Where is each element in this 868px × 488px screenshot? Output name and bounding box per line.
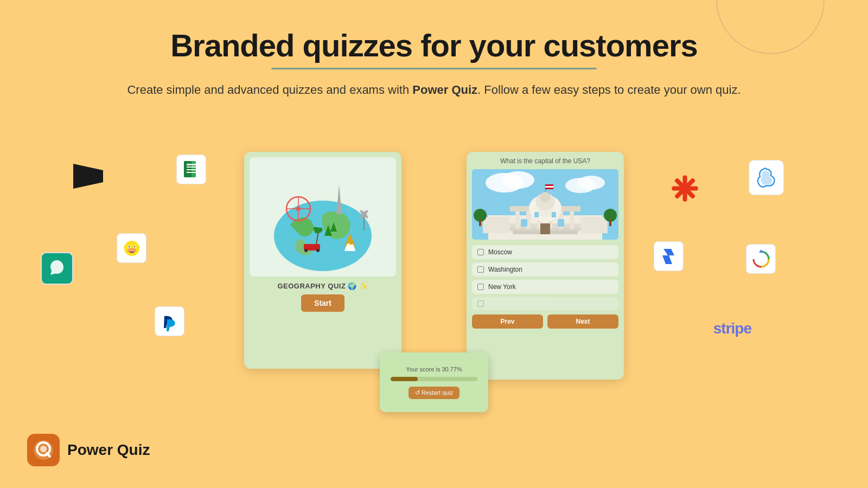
svg-marker-25 xyxy=(336,184,342,214)
start-button[interactable]: Start xyxy=(301,294,344,312)
option-moscow[interactable]: Moscow xyxy=(472,245,618,259)
mailchimp-container xyxy=(117,233,146,263)
score-card: Your score is 30.77% ↺ Restart quiz xyxy=(380,352,488,412)
subtitle-brand: Power Quiz xyxy=(412,83,477,97)
brand-area: Power Quiz xyxy=(27,434,150,466)
option-newyork[interactable]: New York xyxy=(472,280,618,294)
svg-rect-71 xyxy=(534,212,539,217)
restart-button[interactable]: ↺ Restart quiz xyxy=(409,387,460,399)
svg-rect-67 xyxy=(545,186,553,188)
svg-rect-68 xyxy=(545,188,553,189)
paypal-icon xyxy=(155,306,184,336)
svg-rect-51 xyxy=(515,210,520,229)
svg-rect-66 xyxy=(545,184,553,186)
prev-button[interactable]: Prev xyxy=(472,314,543,329)
snowflake-icon xyxy=(670,174,700,203)
option-washington[interactable]: Washington xyxy=(472,262,618,277)
quiz-navigation: Prev Next xyxy=(472,314,618,329)
recaptcha-icon xyxy=(746,244,776,274)
svg-rect-75 xyxy=(479,220,481,226)
svg-point-63 xyxy=(540,192,551,203)
option-newyork-label: New York xyxy=(488,283,516,291)
flag-icon xyxy=(71,163,106,190)
next-button[interactable]: Next xyxy=(547,314,618,329)
stripe-icon: stripe xyxy=(713,320,751,337)
svg-point-34 xyxy=(304,249,308,252)
mockups-area: GEOGRAPHY QUIZ 🌍 ✨ Start What is the cap… xyxy=(244,152,624,412)
recaptcha-svg xyxy=(751,249,771,269)
checkbox-moscow[interactable] xyxy=(477,249,484,255)
snowflake-container xyxy=(670,174,700,206)
score-text: Your score is 30.77% xyxy=(406,366,462,373)
google-sheets-icon xyxy=(176,155,206,184)
openai-icon xyxy=(749,160,784,195)
brand-icon xyxy=(27,434,60,466)
chatgpt-icon xyxy=(41,252,73,285)
progress-bar-background xyxy=(391,377,477,381)
mailchimp-svg xyxy=(122,239,142,258)
chatgpt-svg xyxy=(47,258,67,279)
svg-rect-56 xyxy=(570,210,574,229)
flag-icon-container xyxy=(71,163,106,192)
title-underline xyxy=(271,68,597,69)
openai-svg xyxy=(755,166,778,190)
svg-rect-69 xyxy=(521,219,527,227)
svg-rect-58 xyxy=(483,217,510,233)
recaptcha-container xyxy=(746,244,776,274)
svg-point-12 xyxy=(128,246,129,247)
brand-logo-svg xyxy=(31,438,55,462)
svg-point-81 xyxy=(40,446,47,452)
svg-point-15 xyxy=(137,246,140,249)
svg-rect-72 xyxy=(552,212,556,217)
geography-quiz-label: GEOGRAPHY QUIZ 🌍 ✨ xyxy=(250,282,396,290)
svg-marker-0 xyxy=(73,164,103,189)
checkbox-empty xyxy=(477,300,484,307)
svg-point-13 xyxy=(133,246,135,247)
checkbox-washington[interactable] xyxy=(477,266,484,273)
openai-container xyxy=(749,160,784,195)
subtitle-prefix: Create simple and advanced quizzes and e… xyxy=(127,83,412,97)
checkbox-newyork[interactable] xyxy=(477,284,484,290)
svg-rect-7 xyxy=(190,164,192,175)
google-sheets-container xyxy=(176,155,206,184)
option-empty xyxy=(472,297,618,310)
svg-point-23 xyxy=(274,201,372,271)
capitol-svg xyxy=(472,169,618,240)
svg-rect-77 xyxy=(609,220,611,226)
capitol-image xyxy=(472,169,618,240)
svg-point-44 xyxy=(502,171,534,189)
svg-point-14 xyxy=(124,246,127,249)
razorpay-container xyxy=(654,241,684,271)
paypal-svg xyxy=(160,312,180,331)
option-washington-label: Washington xyxy=(488,266,522,273)
svg-rect-73 xyxy=(540,223,550,234)
svg-rect-70 xyxy=(558,219,564,227)
subtitle: Create simple and advanced quizzes and e… xyxy=(0,80,868,99)
chatgpt-container xyxy=(41,252,73,285)
option-moscow-label: Moscow xyxy=(488,248,512,256)
svg-point-35 xyxy=(316,249,320,252)
razorpay-svg xyxy=(659,247,679,266)
subtitle-suffix: . Follow a few easy steps to create your… xyxy=(477,83,741,97)
svg-rect-59 xyxy=(580,217,608,233)
svg-point-46 xyxy=(578,176,605,190)
sheets-svg xyxy=(182,160,201,179)
mailchimp-icon xyxy=(117,233,146,263)
quiz-question: What is the capital of the USA? xyxy=(472,157,618,165)
paypal-container xyxy=(155,306,184,336)
usa-quiz-card: What is the capital of the USA? xyxy=(467,152,624,380)
geography-quiz-card: GEOGRAPHY QUIZ 🌍 ✨ Start xyxy=(244,152,401,369)
razorpay-icon xyxy=(654,241,684,271)
brand-name: Power Quiz xyxy=(67,441,150,459)
stripe-container: stripe xyxy=(713,320,751,337)
globe-svg xyxy=(258,160,388,274)
progress-bar-fill xyxy=(391,377,418,381)
quiz-globe-image xyxy=(250,157,396,277)
